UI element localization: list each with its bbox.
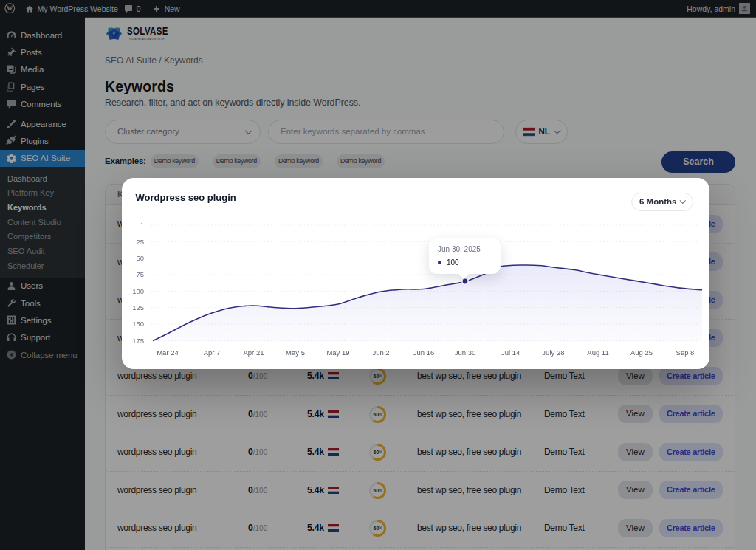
svg-text:75: 75 (136, 270, 144, 278)
svg-text:25: 25 (136, 238, 144, 246)
svg-text:May 19: May 19 (326, 348, 349, 357)
svg-text:Apr 21: Apr 21 (244, 348, 264, 357)
svg-text:Jun 30: Jun 30 (455, 348, 476, 357)
svg-text:Sep 8: Sep 8 (676, 348, 695, 357)
svg-text:Jun 2: Jun 2 (372, 348, 389, 357)
svg-text:Mar 24: Mar 24 (157, 348, 179, 357)
svg-text:50: 50 (136, 254, 144, 262)
svg-text:125: 125 (132, 303, 144, 312)
svg-text:1: 1 (140, 221, 144, 229)
svg-text:100: 100 (132, 287, 144, 295)
svg-text:Jul 14: Jul 14 (501, 348, 520, 357)
svg-text:175: 175 (132, 337, 144, 345)
svg-text:Aug 11: Aug 11 (587, 348, 608, 357)
svg-text:May 5: May 5 (286, 348, 305, 357)
svg-text:Jun 16: Jun 16 (413, 348, 435, 357)
svg-text:Aug 25: Aug 25 (630, 348, 653, 357)
svg-text:150: 150 (132, 320, 144, 328)
svg-text:Apr 7: Apr 7 (204, 348, 221, 357)
svg-text:July 28: July 28 (542, 348, 564, 357)
